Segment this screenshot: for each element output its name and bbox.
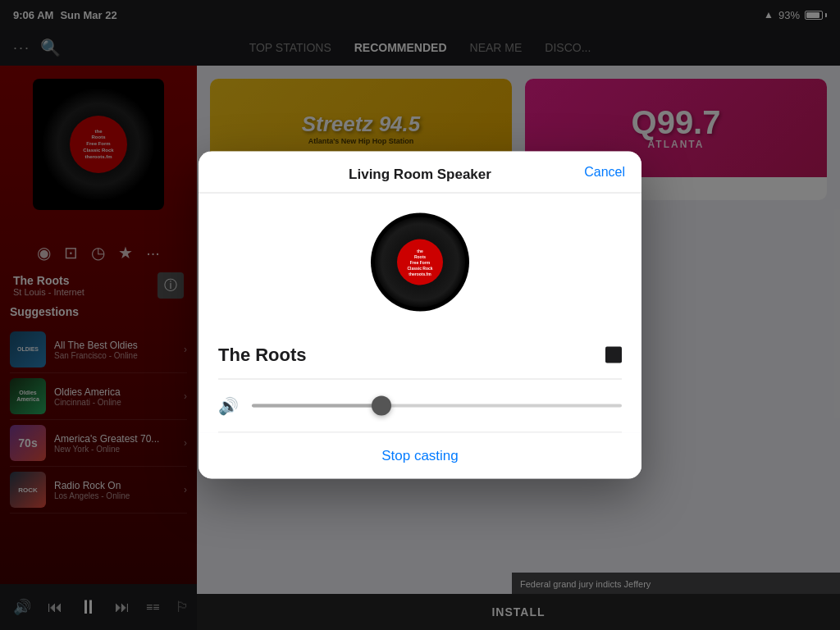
stop-button[interactable] [605,347,622,363]
stop-casting-button[interactable]: Stop casting [381,448,459,464]
modal-volume-row: 🔊 [218,380,622,433]
modal-body: theRootsFree FormClassic Rocktheroots.fm… [199,194,641,433]
volume-icon-modal: 🔊 [218,396,239,416]
modal-station-row: The Roots [218,331,622,380]
modal-station-logo: theRootsFree FormClassic Rocktheroots.fm [371,213,469,312]
volume-fill [252,404,381,408]
modal-dialog: Living Room Speaker Cancel theRootsFree … [199,152,641,479]
modal-vinyl: theRootsFree FormClassic Rocktheroots.fm [375,217,465,308]
modal-header: Living Room Speaker Cancel [199,152,641,194]
modal-station-name: The Roots [218,345,307,366]
modal-vinyl-label: theRootsFree FormClassic Rocktheroots.fm [397,240,443,285]
modal-vinyl-text: theRootsFree FormClassic Rocktheroots.fm [407,248,432,276]
volume-thumb[interactable] [372,396,391,416]
modal-title: Living Room Speaker [349,167,491,183]
modal-footer: Stop casting [199,433,641,479]
volume-slider-track[interactable] [252,404,622,408]
modal-cancel-button[interactable]: Cancel [584,165,625,180]
